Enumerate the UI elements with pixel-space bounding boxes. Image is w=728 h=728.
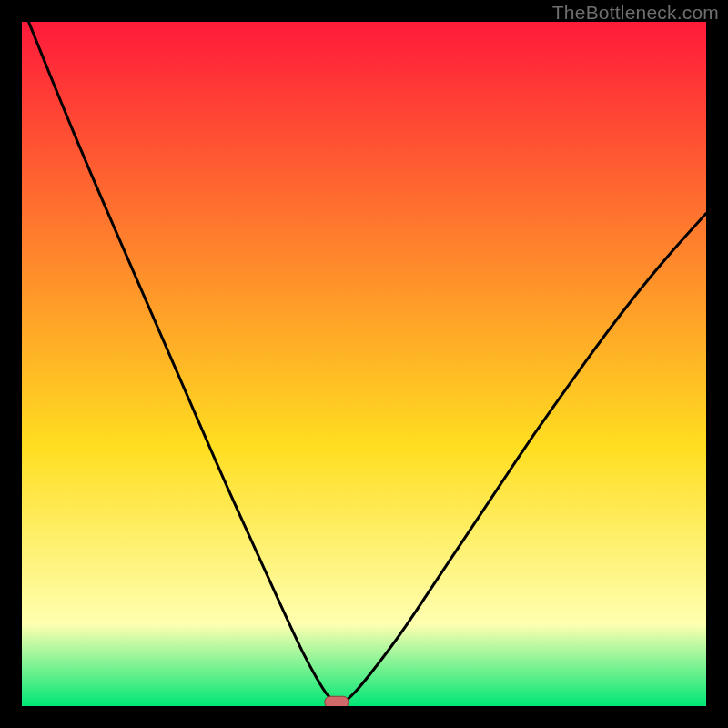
minimum-marker — [325, 696, 349, 706]
chart-svg — [22, 22, 706, 706]
plot-area — [22, 22, 706, 706]
watermark-text: TheBottleneck.com — [552, 2, 719, 24]
gradient-background — [22, 22, 706, 706]
chart-frame: TheBottleneck.com — [0, 0, 728, 728]
